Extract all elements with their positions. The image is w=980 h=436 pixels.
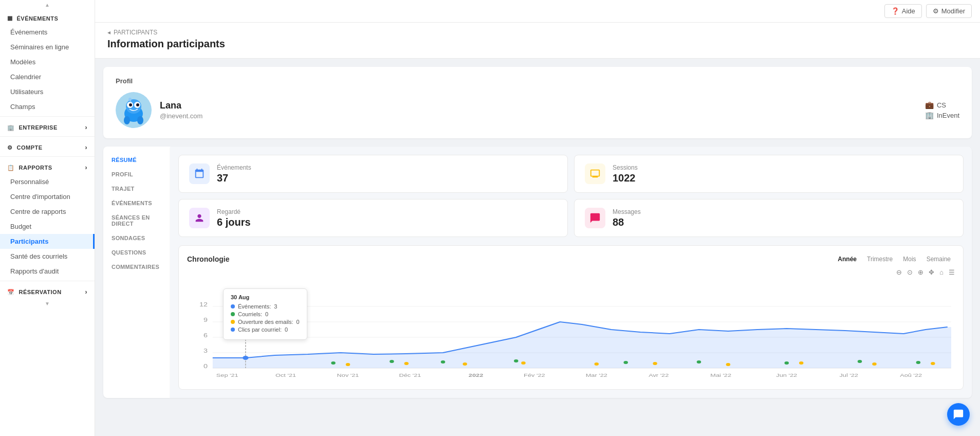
period-btn-annee[interactable]: Année [834, 254, 861, 264]
zoom-in-icon[interactable]: ⊕ [918, 268, 923, 276]
sidebar-section-compte[interactable]: ⚙ COMPTE › [0, 139, 95, 154]
svg-point-29 [916, 361, 921, 364]
svg-text:Fév '22: Fév '22 [524, 373, 545, 378]
tooltip-row-evenements: Événements: 3 [231, 303, 300, 310]
scroll-up-btn[interactable]: ▲ [0, 0, 95, 10]
svg-text:Nov '21: Nov '21 [337, 373, 359, 378]
nav-item-commentaires[interactable]: COMMENTAIRES [103, 260, 170, 274]
chart-card: Chronologie Année Trimestre Mois Semaine… [178, 245, 964, 390]
stat-info-evenements: Événements 37 [217, 164, 557, 184]
zoom-reset-icon[interactable]: ⊙ [907, 268, 913, 276]
period-btn-mois[interactable]: Mois [899, 254, 920, 264]
profile-company: 🏢 InEvent [925, 111, 959, 119]
svg-point-33 [521, 361, 526, 365]
building-icon: 🏢 [7, 124, 15, 131]
sidebar-item-utilisateurs[interactable]: Utilisateurs [0, 84, 95, 99]
avatar [116, 92, 152, 128]
sidebar-item-centre-importation[interactable]: Centre d'importation [0, 189, 95, 204]
svg-text:Jun '22: Jun '22 [776, 373, 797, 378]
svg-point-27 [784, 361, 789, 365]
menu-icon[interactable]: ☰ [949, 268, 955, 276]
pan-icon[interactable]: ✥ [929, 268, 934, 276]
page-title: Information participants [107, 38, 968, 50]
nav-item-sondages[interactable]: SONDAGES [103, 231, 170, 245]
sidebar-item-champs[interactable]: Champs [0, 99, 95, 114]
main-area: ❓ Aide ⚙ Modifier ◂ PARTICIPANTS Informa… [95, 0, 980, 436]
svg-point-9 [124, 116, 130, 124]
profile-role: 💼 CS [925, 101, 959, 109]
nav-item-evenements[interactable]: ÉVÉNEMENTS [103, 196, 170, 210]
nav-item-questions[interactable]: QUESTIONS [103, 245, 170, 260]
svg-text:0: 0 [204, 364, 208, 369]
sidebar: ▲ ▦ ÉVÉNEMENTS Événements Séminaires en … [0, 0, 95, 436]
stat-value-regarde: 6 jours [217, 216, 557, 228]
gear-icon: ⚙ [7, 144, 13, 151]
stats-grid: Événements 37 Sessions 10 [178, 155, 964, 237]
stat-icon-wrap-evenements [189, 164, 210, 184]
svg-point-30 [346, 363, 350, 366]
sidebar-item-evenements[interactable]: Événements [0, 25, 95, 40]
nav-item-seances[interactable]: SÉANCES EN DIRECT [103, 210, 170, 231]
svg-text:Déc '21: Déc '21 [399, 373, 421, 378]
chevron-compte-icon: › [85, 144, 88, 151]
chat-icon [589, 212, 601, 224]
sidebar-section-entreprise[interactable]: 🏢 ENTREPRISE › [0, 119, 95, 134]
nav-item-trajet[interactable]: TRAJET [103, 181, 170, 196]
sidebar-item-seminaires[interactable]: Séminaires en ligne [0, 40, 95, 55]
period-btn-semaine[interactable]: Semaine [922, 254, 955, 264]
sidebar-item-participants[interactable]: Participants [0, 234, 95, 249]
svg-point-28 [858, 360, 862, 363]
svg-point-6 [136, 103, 139, 106]
stat-value-sessions: 1022 [613, 172, 953, 184]
svg-point-35 [653, 362, 657, 365]
calendar-icon: 📅 [7, 289, 15, 296]
svg-text:Mai '22: Mai '22 [710, 373, 731, 378]
nav-item-resume[interactable]: RÉSUMÉ [103, 153, 170, 167]
profile-email: @inevent.com [160, 112, 896, 120]
chat-button[interactable] [947, 403, 970, 426]
sidebar-item-sante[interactable]: Santé des courriels [0, 249, 95, 264]
tooltip-row-clics: Clics par courriel: 0 [231, 326, 300, 333]
profile-details: Lana @inevent.com [160, 100, 896, 120]
chart-tooltip: 30 Aug Événements: 3 Courriels: 0 [223, 288, 307, 340]
svg-text:2022: 2022 [469, 373, 483, 378]
calendar-stat-icon [194, 168, 205, 179]
chevron-icon: › [85, 124, 88, 131]
svg-text:Jul '22: Jul '22 [839, 373, 858, 378]
modify-button[interactable]: ⚙ Modifier [926, 4, 972, 18]
help-button[interactable]: ❓ Aide [884, 4, 922, 18]
nav-item-profil[interactable]: PROFIL [103, 167, 170, 181]
breadcrumb-parent[interactable]: PARTICIPANTS [114, 29, 157, 36]
stat-icon-wrap-sessions [585, 164, 605, 184]
sidebar-item-calendrier[interactable]: Calendrier [0, 69, 95, 84]
sidebar-item-personnalise[interactable]: Personnalisé [0, 174, 95, 189]
stat-label-messages: Messages [613, 208, 953, 215]
chevron-reservation-icon: › [85, 288, 88, 296]
home-icon[interactable]: ⌂ [939, 268, 944, 276]
period-btn-trimestre[interactable]: Trimestre [863, 254, 897, 264]
zoom-out-icon[interactable]: ⊖ [896, 268, 902, 276]
svg-point-36 [726, 363, 731, 366]
svg-point-24 [514, 359, 519, 362]
topbar: ❓ Aide ⚙ Modifier [95, 0, 980, 23]
sidebar-item-centre-rapports[interactable]: Centre de rapports [0, 204, 95, 219]
svg-point-22 [390, 360, 394, 363]
svg-text:Aoû '22: Aoû '22 [900, 373, 922, 378]
sidebar-item-modeles[interactable]: Modèles [0, 55, 95, 69]
tooltip-dot-clics [231, 328, 235, 332]
tooltip-row-ouverture: Ouverture des emails: 0 [231, 319, 300, 325]
chart-header: Chronologie Année Trimestre Mois Semaine [187, 254, 955, 264]
svg-point-32 [463, 362, 467, 366]
page-header: ◂ PARTICIPANTS Information participants [95, 23, 980, 59]
sidebar-item-budget[interactable]: Budget [0, 219, 95, 234]
chart-controls: Année Trimestre Mois Semaine [834, 254, 955, 264]
tooltip-row-courriels: Courriels: 0 [231, 311, 300, 317]
sidebar-section-reservation[interactable]: 📅 RÉSERVATION › [0, 283, 95, 299]
sidebar-section-rapports[interactable]: 📋 RAPPORTS › [0, 159, 95, 174]
scroll-down-btn[interactable]: ▼ [0, 299, 95, 308]
stat-card-regarde: Regardé 6 jours [178, 199, 568, 237]
stat-icon-wrap-messages [585, 208, 605, 228]
chart-icon-row: ⊖ ⊙ ⊕ ✥ ⌂ ☰ [187, 268, 955, 276]
sidebar-item-audit[interactable]: Rapports d'audit [0, 264, 95, 279]
stat-info-sessions: Sessions 1022 [613, 164, 953, 184]
